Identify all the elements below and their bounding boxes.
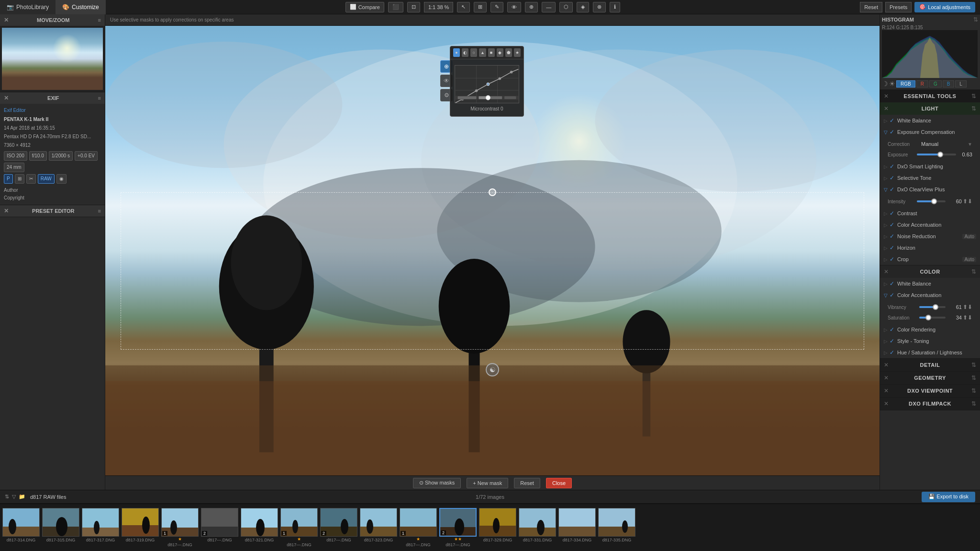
cursor-tool[interactable]: ↖ xyxy=(457,2,470,12)
tone-icon-1[interactable]: ◐ xyxy=(462,48,468,57)
viewpoint-close[interactable]: ✕ xyxy=(884,387,889,394)
filmpack-expand[interactable]: ⇅ xyxy=(971,400,976,407)
geometry-close[interactable]: ✕ xyxy=(884,375,889,381)
export-button[interactable]: 💾 Export to disk xyxy=(922,492,975,502)
horizon-tool[interactable]: — xyxy=(542,2,556,12)
color-close[interactable]: ✕ xyxy=(884,268,889,275)
tone-icon-2[interactable]: ○ xyxy=(470,48,477,57)
move-zoom-close[interactable]: ✕ xyxy=(4,17,9,23)
compare-button[interactable]: ⬜ Compare xyxy=(345,2,384,12)
move-zoom-gear[interactable]: ≡ xyxy=(98,17,101,23)
tool-white-balance[interactable]: ▷ ✓ White Balance xyxy=(880,115,980,126)
format-p[interactable]: P xyxy=(4,174,13,184)
preset-editor-header[interactable]: ✕ PRESET EDITOR ≡ xyxy=(0,205,105,217)
tab-photo-library[interactable]: 📷 PhotoLibrary xyxy=(0,0,56,14)
presets-button[interactable]: Presets xyxy=(885,2,912,12)
light-header[interactable]: ✕ LIGHT ⇅ xyxy=(880,102,980,115)
correction-dropdown[interactable]: ▼ xyxy=(968,142,972,147)
reset-button[interactable]: Reset xyxy=(860,2,882,12)
geo-icon[interactable]: ◉ xyxy=(56,174,67,184)
film-thumb-334[interactable]: d817-334.DNG xyxy=(558,508,596,547)
film-thumb-323[interactable]: d817-323.DNG xyxy=(359,508,398,547)
spot-tool[interactable]: ⊕ xyxy=(525,2,538,12)
repair-icon[interactable]: ✂ xyxy=(26,174,36,184)
viewpoint-header[interactable]: ✕ DXO VIEWPOINT ⇅ xyxy=(880,385,980,397)
ch-moon-1[interactable]: ☽ xyxy=(882,80,888,88)
geometry-expand[interactable]: ⇅ xyxy=(971,375,976,381)
essential-tools-close[interactable]: ✕ xyxy=(884,93,889,99)
vibrancy-slider[interactable] xyxy=(919,306,946,308)
film-thumb-331[interactable]: d817-331.DNG xyxy=(518,508,557,547)
tone-icon-5[interactable]: ◆ xyxy=(497,48,503,57)
detail-header[interactable]: ✕ DETAIL ⇅ xyxy=(880,359,980,371)
ch-sun[interactable]: ☀ xyxy=(889,80,895,88)
exif-gear[interactable]: ≡ xyxy=(98,95,101,101)
tone-icon-3[interactable]: ▲ xyxy=(479,48,486,57)
tool-color-rendering[interactable]: ▷ ✓ Color Rendering xyxy=(880,324,980,335)
film-thumb-319[interactable]: d817-319.DNG xyxy=(121,508,159,547)
tool-clearview[interactable]: ▽ ✓ DxO ClearView Plus xyxy=(880,184,980,195)
ch-tab-b[interactable]: B xyxy=(943,80,955,88)
film-thumb-6[interactable]: 2 d817---.DNG xyxy=(200,508,239,547)
tool-style-toning[interactable]: ▷ ✓ Style - Toning xyxy=(880,335,980,347)
film-thumb-317[interactable]: d817-317.DNG xyxy=(81,508,120,547)
ch-tab-l[interactable]: L xyxy=(955,80,967,88)
close-masks-button[interactable]: Close xyxy=(546,478,572,488)
sort-icon[interactable]: ⇅ xyxy=(5,494,9,500)
tone-icon-7[interactable]: ★ xyxy=(514,48,521,57)
filmpack-header[interactable]: ✕ DXO FILMPACK ⇅ xyxy=(880,397,980,410)
red-eye-tool[interactable]: 👁 xyxy=(507,2,521,12)
repair-tool[interactable]: ✎ xyxy=(490,2,503,12)
crop-tool[interactable]: ⊞ xyxy=(474,2,487,12)
move-zoom-header[interactable]: ✕ MOVE/ZOOM ≡ xyxy=(0,14,105,26)
tool-crop[interactable]: ▷ ✓ Crop Auto xyxy=(880,253,980,265)
hdr-icon[interactable]: ⊞ xyxy=(15,174,24,184)
detail-expand[interactable]: ⇅ xyxy=(971,362,976,368)
show-masks-button[interactable]: ⊙ Show masks xyxy=(413,478,461,488)
film-thumb-9[interactable]: 2 d817---.DNG xyxy=(320,508,358,547)
tool-smart-lighting[interactable]: ▷ ✓ DxO Smart Lighting xyxy=(880,161,980,172)
film-thumb-314[interactable]: d817-314.DNG xyxy=(2,508,40,547)
local-adjustments-button[interactable]: 🎯 Local adjustments xyxy=(914,2,975,12)
film-thumb-5[interactable]: 1 ★ d817---.DNG xyxy=(161,508,199,547)
vibrancy-up[interactable]: ⬆ xyxy=(963,304,968,310)
format-raw[interactable]: RAW xyxy=(38,174,55,184)
film-thumb-8[interactable]: 1 ★ d817---.DNG xyxy=(280,508,318,547)
tone-icon-6[interactable]: ⬟ xyxy=(505,48,512,57)
tool-contrast[interactable]: ▷ ✓ Contrast xyxy=(880,208,980,219)
film-thumb-335[interactable]: d817-335.DNG xyxy=(598,508,636,547)
film-thumb-329[interactable]: d817-329.DNG xyxy=(479,508,517,547)
film-thumb-11[interactable]: 1 ★ d817---.DNG xyxy=(399,508,437,547)
saturation-up[interactable]: ⬆ xyxy=(963,314,968,321)
preset-close[interactable]: ✕ xyxy=(4,208,9,214)
ch-tab-rgb[interactable]: RGB xyxy=(896,80,915,88)
bottom-center-control[interactable]: ☯ xyxy=(486,363,499,376)
tab-customize[interactable]: 🎨 Customize xyxy=(56,0,106,14)
view-mode-button[interactable]: ⬛ xyxy=(388,2,403,12)
vibrancy-down[interactable]: ⬇ xyxy=(968,304,972,310)
exif-editor-link[interactable]: Exif Editor xyxy=(4,107,101,114)
exif-header[interactable]: ✕ EXIF ≡ xyxy=(0,92,105,104)
perspective-tool[interactable]: ⬡ xyxy=(559,2,573,12)
geometry-header[interactable]: ✕ GEOMETRY ⇅ xyxy=(880,372,980,384)
essential-tools-header[interactable]: ✕ ESSENTIAL TOOLS ⇅ xyxy=(880,90,980,102)
exposure-slider[interactable] xyxy=(917,154,956,155)
essential-tools-expand[interactable]: ⇅ xyxy=(971,93,976,99)
tone-curve-area[interactable] xyxy=(455,65,519,103)
color-expand[interactable]: ⇅ xyxy=(971,268,976,275)
info-tool[interactable]: ℹ xyxy=(610,2,620,12)
histogram-expand[interactable]: ⇅ xyxy=(973,16,978,23)
color-header[interactable]: ✕ COLOR ⇅ xyxy=(880,265,980,278)
tool-color-acc[interactable]: ▽ ✓ Color Accentuation xyxy=(880,289,980,301)
film-thumb-315[interactable]: d817-315.DNG xyxy=(42,508,80,547)
intensity-less[interactable]: ⬇ xyxy=(968,198,972,205)
saturation-down[interactable]: ⬇ xyxy=(968,314,972,321)
saturation-slider[interactable] xyxy=(919,317,946,319)
viewpoint-expand[interactable]: ⇅ xyxy=(971,387,976,394)
filmpack-close[interactable]: ✕ xyxy=(884,400,889,407)
mask-tool[interactable]: ⊗ xyxy=(593,2,606,12)
light-close[interactable]: ✕ xyxy=(884,105,889,112)
tool-exposure-comp[interactable]: ▽ ✓ Exposure Compensation xyxy=(880,126,980,138)
preset-gear[interactable]: ≡ xyxy=(98,208,101,214)
intensity-slider[interactable] xyxy=(917,200,946,202)
